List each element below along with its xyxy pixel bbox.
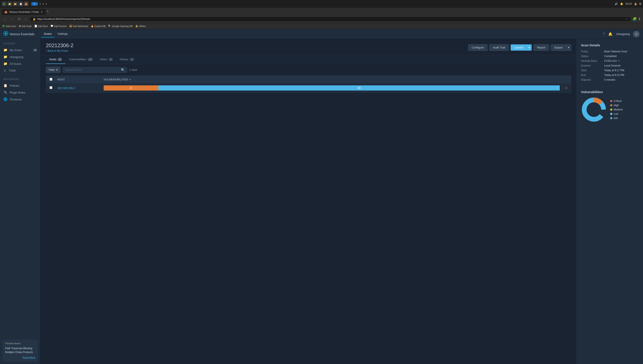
all-scans-icon: 📁 bbox=[4, 62, 8, 66]
sidebar-item-my-scans[interactable]: 📁 My Scans 1 bbox=[0, 46, 40, 54]
taskbar-num-1[interactable]: 1 bbox=[31, 2, 38, 6]
row-checkbox[interactable] bbox=[50, 86, 52, 89]
vuln-bar-area: 2 13 bbox=[104, 85, 560, 90]
tab-history-badge: 1 bbox=[130, 58, 134, 61]
sidebar-item-zhangyang[interactable]: 📁 zhangyang bbox=[0, 54, 40, 60]
address-bar[interactable]: 🔒 https://localhost:8834/#/scans/reports… bbox=[30, 16, 631, 22]
audit-trail-button[interactable]: Audit Trail bbox=[489, 44, 509, 51]
taskbar-num-2[interactable]: 2 bbox=[40, 2, 41, 5]
vulnerabilities-chart-title: Vulnerabilities bbox=[581, 90, 639, 94]
tab-notes[interactable]: Notes 2 bbox=[96, 55, 116, 64]
taskbar-num-3[interactable]: 3 bbox=[42, 2, 44, 5]
reload-button[interactable]: ↻ bbox=[17, 16, 22, 22]
app-topbar-right: ? 🔔 zhangyang Z bbox=[603, 31, 640, 37]
export-button[interactable]: Export bbox=[551, 44, 566, 51]
bookmark-exploit-db[interactable]: 🔥 Exploit-DB bbox=[91, 25, 106, 28]
extensions-icon[interactable]: 🧩 bbox=[632, 17, 637, 21]
detail-policy: Policy: Basic Network Scan bbox=[581, 50, 639, 53]
select-all-checkbox[interactable] bbox=[50, 78, 52, 81]
tab-history[interactable]: History 1 bbox=[116, 55, 138, 64]
report-button[interactable]: Report bbox=[533, 44, 549, 51]
news-content: Path Traversal Affecting Multiple CData … bbox=[5, 346, 36, 354]
bookmark-google-hacking[interactable]: 🔍 Google Hacking DB bbox=[108, 25, 132, 28]
edit-severity-icon[interactable]: ✏ bbox=[618, 60, 620, 62]
sidebar-item-terrascan[interactable]: 🌐 Terrascan bbox=[0, 96, 40, 103]
bookmark-kali-linux[interactable]: 🐉 Kali Linux bbox=[2, 25, 16, 28]
filter-bar: Filter ▾ 🔍 1 Host bbox=[41, 64, 576, 76]
bookmark-star-icon[interactable]: ☆ bbox=[626, 18, 628, 20]
detail-start: Start: Today at 8:17 PM bbox=[581, 69, 639, 72]
bookmark-offsec[interactable]: 🔒 OffSec bbox=[135, 25, 146, 28]
nav-settings[interactable]: Settings bbox=[55, 30, 70, 38]
resources-section: RESOURCES 📋 Policies 🔌 Plugin Rules 🌐 Te… bbox=[0, 77, 40, 103]
app-nav: Scans Settings bbox=[41, 30, 70, 38]
row-delete-button[interactable]: ✕ bbox=[565, 86, 568, 90]
content-header: 20212306-2 ‹ Back to My Scans Configure … bbox=[41, 39, 576, 55]
address-text: https://localhost:8834/#/scans/reports/2… bbox=[37, 18, 624, 20]
scanner-value: Local Scanner bbox=[604, 64, 639, 67]
taskbar-icon-4[interactable]: 📋 bbox=[18, 2, 23, 6]
help-icon[interactable]: ? bbox=[603, 32, 605, 36]
sidebar-bottom: Tenable News Path Traversal Affecting Mu… bbox=[0, 337, 40, 364]
filter-button[interactable]: Filter ▾ bbox=[46, 67, 60, 73]
browser-icon[interactable]: 🦊 bbox=[24, 2, 28, 6]
user-avatar[interactable]: Z bbox=[633, 31, 640, 37]
export-dropdown-button[interactable]: ▾ bbox=[566, 44, 571, 51]
vuln-bar: 2 13 bbox=[104, 85, 560, 90]
taskbar-icon-1[interactable]: 🐉 bbox=[2, 2, 6, 6]
taskbar-icon-3[interactable]: 📂 bbox=[13, 2, 18, 6]
bookmark-kali-docs[interactable]: 📄 Kali Docs bbox=[34, 25, 48, 28]
elapsed-value: 5 minutes bbox=[604, 78, 639, 81]
new-tab-button[interactable]: + bbox=[46, 9, 49, 14]
system-icon-bell[interactable]: 🔔 bbox=[620, 2, 623, 5]
search-input[interactable] bbox=[65, 68, 120, 72]
legend-info: Info bbox=[610, 117, 623, 120]
tab-notes-badge: 2 bbox=[108, 58, 113, 61]
sidebar-item-trash[interactable]: 🗑 Trash bbox=[0, 67, 40, 74]
system-icon-g[interactable]: G bbox=[639, 2, 641, 5]
tab-vulns-label: Vulnerabilities bbox=[69, 58, 86, 61]
system-icon-lock[interactable]: 🔒 bbox=[634, 2, 637, 5]
taskbar-icon-2[interactable]: 📁 bbox=[7, 2, 12, 6]
tab-notes-label: Notes bbox=[100, 58, 107, 61]
tenable-logo-icon bbox=[4, 31, 8, 37]
browser-tab[interactable]: 🦊 Nessus Essentials / Folde ✕ bbox=[2, 9, 46, 15]
bookmarks-bar: 🐉 Kali Linux 🛠 Kali Tools 📄 Kali Docs 💬 … bbox=[0, 23, 643, 29]
notifications-icon[interactable]: 🔔 bbox=[608, 32, 612, 36]
security-icon: 🔒 bbox=[32, 18, 36, 20]
browser-nav-bar: ← → ↻ ⌂ 🔒 https://localhost:8834/#/scans… bbox=[0, 15, 643, 23]
sort-icon[interactable]: ▼ bbox=[129, 78, 131, 81]
sidebar-item-policies[interactable]: 📋 Policies bbox=[0, 82, 40, 89]
nav-scans[interactable]: Scans bbox=[41, 30, 54, 38]
table-header: Host Vulnerabilities ▼ bbox=[46, 76, 571, 84]
bookmark-kali-tools[interactable]: 🛠 Kali Tools bbox=[19, 25, 32, 28]
resources-label: RESOURCES bbox=[0, 77, 40, 82]
plugin-rules-icon: 🔌 bbox=[4, 90, 8, 94]
read-more-link[interactable]: Read More bbox=[5, 356, 36, 359]
tab-vulnerabilities[interactable]: Vulnerabilities 12 bbox=[66, 55, 96, 64]
bookmark-kali-nethunter[interactable]: 🔱 Kali NetHunter bbox=[69, 25, 88, 28]
system-icon-volume[interactable]: 🔊 bbox=[615, 2, 618, 5]
sidebar-item-all-scans[interactable]: 📁 All Scans bbox=[0, 60, 40, 67]
sidebar-item-plugin-rules[interactable]: 🔌 Plugin Rules bbox=[0, 89, 40, 96]
medium-label: Medium bbox=[614, 108, 623, 111]
downloads-icon[interactable]: ⬇ bbox=[638, 17, 641, 21]
configure-button[interactable]: Configure bbox=[468, 44, 488, 51]
severity-value: CVSS v3.0 ✏ bbox=[604, 60, 639, 62]
taskbar-num-4[interactable]: 4 bbox=[46, 2, 47, 5]
forward-button[interactable]: → bbox=[10, 16, 16, 22]
launch-dropdown-button[interactable]: ▾ bbox=[526, 44, 532, 50]
launch-button[interactable]: Launch bbox=[510, 44, 527, 50]
scanner-label: Scanner: bbox=[581, 64, 602, 67]
high-segment: 2 bbox=[104, 85, 158, 90]
news-title: Tenable News bbox=[5, 342, 36, 345]
bookmark-kali-forums[interactable]: 💬 Kali Forums bbox=[50, 25, 67, 28]
tab-close-button[interactable]: ✕ bbox=[40, 10, 43, 14]
home-button[interactable]: ⌂ bbox=[24, 16, 28, 22]
tab-hosts[interactable]: Hosts 1 bbox=[46, 55, 66, 64]
column-host: Host bbox=[57, 78, 100, 81]
scan-details-title: Scan Details bbox=[581, 43, 639, 47]
back-link[interactable]: ‹ Back to My Scans bbox=[46, 49, 74, 52]
back-button[interactable]: ← bbox=[2, 16, 8, 22]
host-ip[interactable]: 192.168.156.2 bbox=[57, 86, 100, 90]
